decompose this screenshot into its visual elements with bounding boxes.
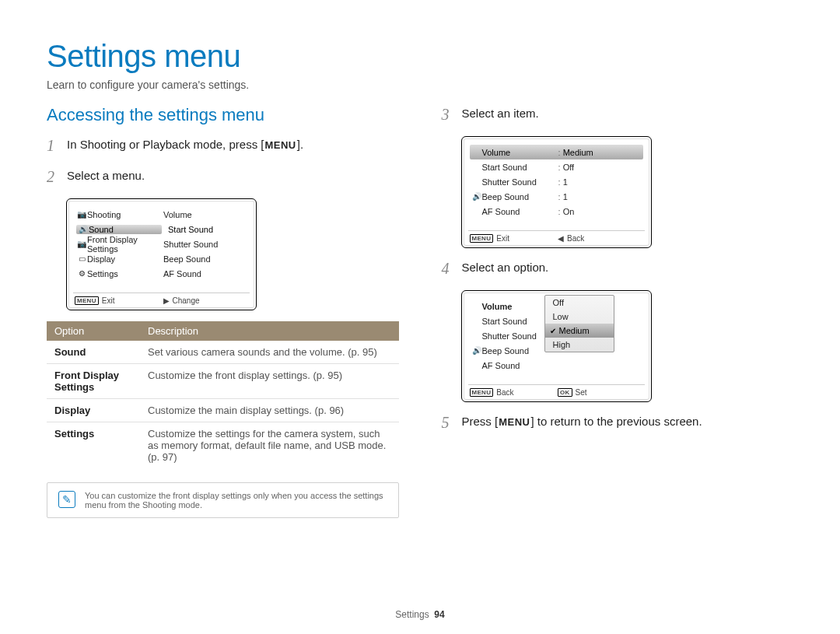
- step-3: 3 Select an item.: [442, 105, 794, 124]
- row-icon: ⚙: [76, 269, 87, 278]
- page-footer: Settings 94: [0, 609, 840, 620]
- left-column: Accessing the settings menu 1 In Shootin…: [47, 105, 399, 518]
- row-right: Shutter Sound: [163, 240, 247, 249]
- popup-option: Low: [545, 310, 614, 324]
- row-icon: 🔊: [471, 192, 482, 201]
- lcd-screenshot-menu: 📷ShootingVolume🔊SoundStart Sound📷Front D…: [66, 198, 257, 310]
- page-title: Settings menu: [47, 39, 793, 74]
- popup-option-label: Medium: [559, 326, 590, 335]
- row-icon: 📷: [76, 240, 87, 248]
- row-right: AF Sound: [163, 269, 247, 278]
- step-number: 5: [442, 413, 454, 432]
- step-text: Select a menu.: [67, 167, 145, 185]
- row-right: Volume: [163, 210, 247, 219]
- row-label: Beep Sound: [482, 192, 558, 201]
- note-text: You can customize the front display sett…: [85, 491, 387, 510]
- option-popup: OffLow✔MediumHigh: [544, 295, 614, 352]
- popup-option: High: [545, 338, 614, 352]
- lcd-row: AF Sound: [470, 358, 643, 373]
- row-icon: ▭: [76, 254, 87, 263]
- right-arrow-icon: ▶: [163, 296, 170, 305]
- row-label: Settings: [87, 269, 163, 278]
- step-number: 3: [442, 105, 454, 124]
- lcd-row: AF SoundOn: [470, 204, 643, 219]
- table-cell-option: Settings: [47, 422, 140, 469]
- row-value: Medium: [558, 148, 593, 157]
- table-cell-description: Customize the front display settings. (p…: [140, 364, 399, 399]
- menu-badge: MENU: [498, 415, 530, 430]
- row-label: Front Display Settings: [87, 235, 163, 254]
- table-cell-option: Display: [47, 399, 140, 422]
- menu-badge: MENU: [264, 138, 296, 153]
- row-icon: 📷: [76, 210, 87, 219]
- step-4: 4 Select an option.: [442, 259, 794, 278]
- popup-option: Off: [545, 296, 614, 310]
- check-icon: ✔: [550, 327, 556, 335]
- footer-page: 94: [434, 609, 444, 620]
- row-label: Display: [87, 254, 163, 264]
- row-label: Sound: [89, 225, 160, 234]
- row-right: Beep Sound: [163, 254, 247, 264]
- table-row: SoundSet various camera sounds and the v…: [47, 341, 399, 364]
- menu-tag-icon: MENU: [470, 388, 494, 397]
- step-number: 1: [47, 136, 59, 155]
- row-label: Shutter Sound: [482, 177, 558, 187]
- lcd-row: 🔊Beep Sound1: [470, 189, 643, 204]
- step-5: 5 Press [MENU] to return to the previous…: [442, 413, 794, 432]
- table-header-description: Description: [140, 321, 399, 341]
- lcd-row: Shutter Sound1: [470, 174, 643, 189]
- menu-tag-icon: MENU: [470, 234, 494, 243]
- row-label: Shooting: [87, 210, 163, 219]
- right-column: 3 Select an item. VolumeMediumStart Soun…: [442, 105, 794, 518]
- options-table: Option Description SoundSet various came…: [47, 321, 399, 468]
- table-cell-option: Front Display Settings: [47, 364, 140, 399]
- ok-tag-icon: OK: [558, 388, 572, 397]
- table-header-option: Option: [47, 321, 140, 341]
- lcd-screenshot-item: VolumeMediumStart SoundOffShutter Sound1…: [461, 136, 652, 248]
- section-heading: Accessing the settings menu: [47, 105, 399, 125]
- lcd-screenshot-option: VolumeStart SoundShutter Sound🔊Beep Soun…: [461, 290, 652, 402]
- row-label: AF Sound: [482, 361, 558, 370]
- table-row: DisplayCustomize the main display settin…: [47, 399, 399, 422]
- popup-option: ✔Medium: [545, 324, 614, 338]
- popup-option-label: Off: [553, 298, 564, 307]
- row-label: Volume: [482, 148, 558, 157]
- step-text: Press [MENU] to return to the previous s…: [462, 413, 702, 431]
- lcd-row: VolumeMedium: [470, 145, 643, 159]
- table-row: SettingsCustomize the settings for the c…: [47, 422, 399, 469]
- row-right: Start Sound: [162, 225, 247, 234]
- footer-label: Settings: [395, 609, 429, 620]
- table-cell-description: Customize the main display settings. (p.…: [140, 399, 399, 422]
- table-cell-description: Set various camera sounds and the volume…: [140, 341, 399, 364]
- row-value: On: [558, 207, 575, 216]
- row-icon: 🔊: [78, 225, 89, 233]
- lcd-row: 📷Front Display SettingsShutter Sound: [75, 236, 248, 251]
- row-label: AF Sound: [482, 207, 558, 216]
- step-text: Select an item.: [462, 105, 539, 123]
- step-number: 4: [442, 259, 454, 278]
- menu-tag-icon: MENU: [75, 296, 99, 305]
- popup-option-label: High: [553, 340, 571, 349]
- step-1: 1 In Shooting or Playback mode, press [M…: [47, 136, 399, 155]
- left-arrow-icon: ◀: [558, 234, 564, 243]
- table-cell-description: Customize the settings for the camera sy…: [140, 422, 399, 469]
- lcd-row: 📷ShootingVolume: [75, 207, 248, 222]
- lcd-row: ⚙SettingsAF Sound: [75, 266, 248, 281]
- row-value: 1: [558, 192, 568, 201]
- row-value: Off: [558, 163, 575, 172]
- info-icon: ✎: [58, 491, 75, 508]
- row-label: Start Sound: [482, 163, 558, 172]
- lcd-row: Start SoundOff: [470, 159, 643, 174]
- note-box: ✎ You can customize the front display se…: [47, 482, 399, 518]
- page-subtitle: Learn to configure your camera's setting…: [47, 79, 793, 91]
- popup-option-label: Low: [553, 312, 569, 321]
- table-row: Front Display SettingsCustomize the fron…: [47, 364, 399, 399]
- row-icon: 🔊: [471, 346, 482, 355]
- step-text: Select an option.: [462, 259, 549, 277]
- step-text: In Shooting or Playback mode, press [MEN…: [67, 136, 303, 154]
- step-number: 2: [47, 167, 59, 186]
- lcd-row: ▭DisplayBeep Sound: [75, 251, 248, 266]
- table-cell-option: Sound: [47, 341, 140, 364]
- step-2: 2 Select a menu.: [47, 167, 399, 186]
- row-value: 1: [558, 177, 568, 187]
